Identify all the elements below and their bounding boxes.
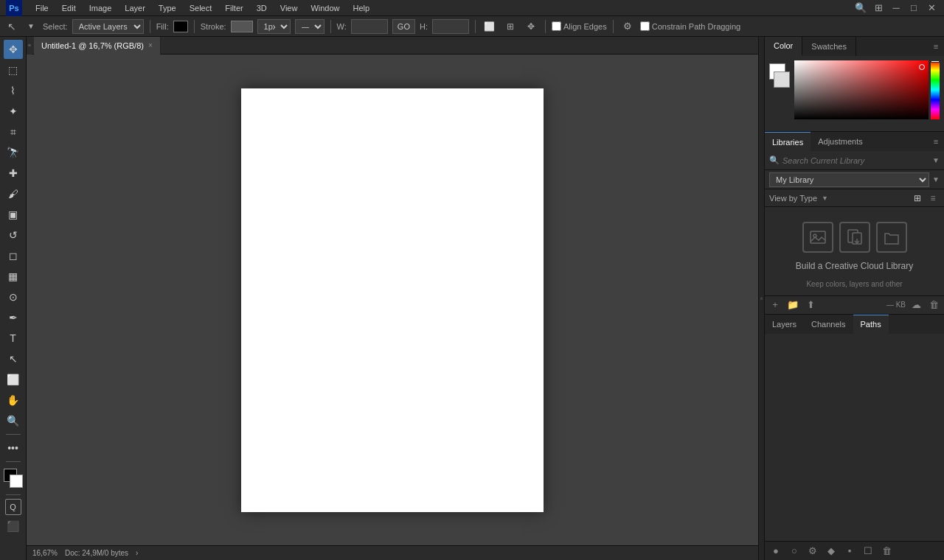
lib-delete-icon[interactable]: 🗑 (926, 298, 941, 312)
color-spectrum[interactable] (794, 60, 929, 119)
go-button[interactable]: GO (392, 19, 415, 34)
tab-adjustments[interactable]: Adjustments (811, 132, 870, 151)
tab-channels[interactable]: Channels (804, 315, 853, 334)
brush-tool[interactable]: 🖌 (4, 184, 23, 203)
history-tool[interactable]: ↺ (4, 225, 23, 245)
tab-swatches[interactable]: Swatches (802, 37, 856, 56)
menu-help[interactable]: Help (347, 2, 376, 14)
lib-cloud-icon[interactable]: ☁ (909, 298, 923, 312)
menu-image[interactable]: Image (83, 2, 118, 14)
tab-color[interactable]: Color (765, 37, 802, 56)
minimize-icon[interactable]: ─ (889, 1, 903, 15)
status-arrow[interactable]: › (136, 549, 138, 557)
constrain-path-checkbox[interactable] (640, 21, 650, 31)
eraser-tool[interactable]: ◻ (4, 246, 23, 265)
hand-tool[interactable]: ✋ (4, 391, 23, 410)
tool-separator-3 (6, 494, 21, 495)
tab-layers[interactable]: Layers (765, 315, 804, 334)
menu-window[interactable]: Window (305, 2, 345, 14)
menu-type[interactable]: Type (153, 2, 182, 14)
path-align-icon[interactable]: ⊞ (502, 18, 518, 35)
background-color[interactable] (10, 475, 23, 488)
path-arrange-icon[interactable]: ✥ (523, 18, 539, 35)
shape-tool[interactable]: ⬜ (4, 370, 23, 389)
w-input[interactable] (351, 19, 388, 34)
color-swatches[interactable] (2, 469, 24, 488)
zoom-tool[interactable]: 🔍 (4, 411, 23, 430)
mask-icon[interactable]: ☐ (860, 543, 876, 559)
tab-collapse-left[interactable]: « (27, 37, 32, 55)
menu-3d[interactable]: 3D (251, 2, 273, 14)
pen-tool[interactable]: ✒ (4, 308, 23, 327)
align-edges-checkbox[interactable] (552, 21, 561, 31)
status-bar: 16,67% Doc: 24,9M/0 bytes › (27, 545, 758, 560)
square-icon[interactable]: ▪ (841, 543, 858, 559)
select-rect-tool[interactable]: ⬚ (4, 60, 23, 80)
path-select-tool[interactable]: ↖ (4, 349, 23, 368)
lib-search-input[interactable] (782, 156, 929, 165)
library-bottom-bar: + 📁 ⬆ — KB ☁ 🗑 (765, 295, 944, 315)
separator-4 (475, 20, 476, 33)
maximize-icon[interactable]: □ (907, 1, 920, 15)
canvas-workspace[interactable] (27, 55, 758, 545)
trash-icon[interactable]: 🗑 (878, 543, 895, 559)
library-select[interactable]: My Library (769, 172, 929, 187)
move-tool[interactable]: ✥ (4, 40, 23, 59)
canvas-document[interactable] (241, 88, 544, 512)
stamp-tool[interactable]: ▣ (4, 205, 23, 224)
color-gradient[interactable] (794, 60, 940, 127)
magic-wand-tool[interactable]: ✦ (4, 102, 23, 121)
heal-tool[interactable]: ✚ (4, 164, 23, 183)
lasso-tool[interactable]: ⌇ (4, 81, 23, 100)
library-search-bar: 🔍 ▼ (765, 151, 944, 170)
panel-collapse-handle[interactable]: « (758, 37, 764, 560)
crop-tool[interactable]: ⌗ (4, 122, 23, 141)
extra-tools[interactable]: ••• (4, 438, 23, 458)
document-tab[interactable]: Untitled-1 @ 16,7% (RGB/8) × (34, 37, 161, 55)
main-area: ✥ ⬚ ⌇ ✦ ⌗ 🔭 ✚ 🖌 ▣ ↺ ◻ ▦ ⊙ ✒ T ↖ ⬜ ✋ 🔍 ••… (0, 37, 944, 560)
menu-edit[interactable]: Edit (56, 2, 82, 14)
hue-bar[interactable] (931, 60, 940, 119)
fill-circle-icon[interactable]: ● (768, 543, 784, 559)
lib-add-icon[interactable]: + (768, 298, 782, 312)
libraries-panel: Libraries Adjustments ≡ 🔍 ▼ My Library ▼… (765, 132, 944, 315)
empty-circle-icon[interactable]: ○ (786, 543, 802, 559)
eyedropper-tool[interactable]: 🔭 (4, 143, 23, 162)
settings-icon[interactable]: ⚙ (805, 543, 821, 559)
menu-select[interactable]: Select (184, 2, 218, 14)
lib-new-group-icon[interactable]: 📁 (785, 298, 800, 312)
quick-mask-icon[interactable]: Q (5, 499, 21, 515)
library-dropdown-arrow[interactable]: ▼ (932, 175, 940, 183)
stroke-type-dropdown[interactable]: — (295, 19, 324, 34)
search-icon[interactable]: 🔍 (854, 1, 867, 15)
diamond-icon[interactable]: ◆ (823, 543, 839, 559)
dodge-tool[interactable]: ⊙ (4, 287, 23, 307)
tab-close-button[interactable]: × (148, 41, 153, 49)
h-input[interactable] (432, 19, 469, 34)
menu-layer[interactable]: Layer (119, 2, 151, 14)
libraries-panel-menu[interactable]: ≡ (928, 137, 944, 146)
lib-upload-icon[interactable]: ⬆ (803, 298, 818, 312)
color-panel-menu[interactable]: ≡ (928, 37, 944, 56)
screen-mode-icon[interactable]: ⬛ (4, 517, 23, 536)
select-dropdown[interactable]: Active Layers (72, 19, 144, 34)
type-tool[interactable]: T (4, 329, 23, 348)
menu-filter[interactable]: Filter (219, 2, 249, 14)
close-icon[interactable]: ✕ (925, 1, 938, 15)
menu-file[interactable]: File (30, 2, 55, 14)
path-ops-icon[interactable]: ⬜ (482, 18, 498, 35)
fill-swatch[interactable] (173, 21, 188, 32)
lib-search-dropdown[interactable]: ▼ (932, 156, 940, 164)
tab-paths[interactable]: Paths (853, 315, 889, 334)
bg-mini-swatch[interactable] (774, 71, 790, 88)
stroke-swatch[interactable] (231, 21, 253, 32)
tab-libraries[interactable]: Libraries (765, 132, 811, 151)
stroke-size-dropdown[interactable]: 1px (257, 19, 291, 34)
menu-view[interactable]: View (274, 2, 304, 14)
view-by-type-label[interactable]: View by Type (769, 194, 817, 203)
list-view-icon[interactable]: ≡ (926, 192, 940, 205)
options-gear-icon[interactable]: ⚙ (620, 18, 636, 35)
workspace-icon[interactable]: ⊞ (872, 1, 885, 15)
grid-view-icon[interactable]: ⊞ (911, 192, 924, 205)
gradient-tool[interactable]: ▦ (4, 267, 23, 286)
